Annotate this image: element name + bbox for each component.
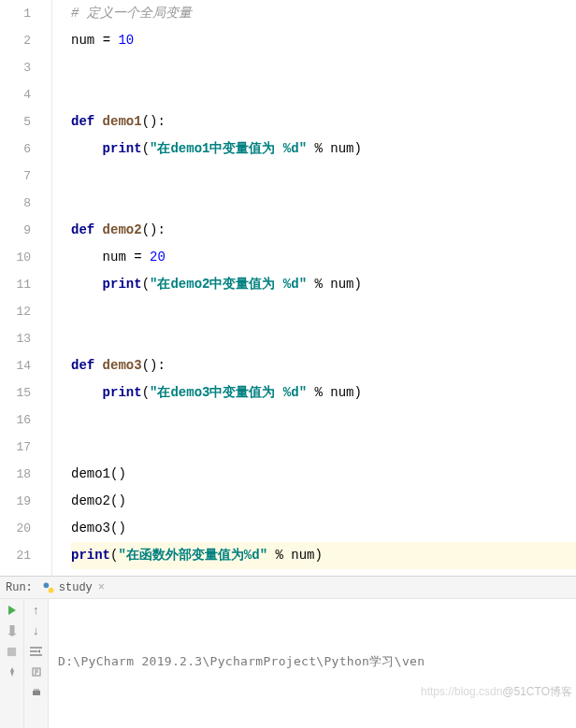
line-number: 7	[0, 163, 31, 190]
run-toolbar-primary	[0, 599, 24, 728]
code-line[interactable]: print("在demo1中变量值为 %d" % num)	[71, 136, 576, 163]
code-line[interactable]: print("在函数外部变量值为%d" % num)	[71, 542, 576, 569]
line-number: 17	[0, 434, 31, 461]
code-line[interactable]: def demo2():	[71, 217, 576, 244]
line-number: 12	[0, 298, 31, 325]
code-line[interactable]: demo1()	[71, 461, 576, 488]
code-line[interactable]: demo2()	[71, 488, 576, 515]
line-number: 5	[0, 108, 31, 136]
code-line[interactable]: demo3()	[71, 515, 576, 542]
svg-rect-2	[9, 625, 14, 634]
code-line[interactable]: # 定义一个全局变量	[71, 0, 576, 27]
code-line[interactable]	[71, 434, 576, 461]
line-number: 1	[0, 0, 31, 27]
scroll-icon[interactable]	[29, 664, 44, 679]
python-file-icon	[42, 581, 55, 594]
code-line[interactable]: num = 10	[71, 27, 576, 54]
run-tab-name[interactable]: study	[59, 581, 93, 594]
svg-rect-6	[34, 689, 39, 691]
line-number: 2	[0, 27, 31, 54]
code-line[interactable]: def demo1():	[71, 108, 576, 136]
debug-icon[interactable]	[5, 623, 20, 638]
line-number: 19	[0, 488, 31, 515]
run-label: Run:	[6, 581, 33, 594]
code-line[interactable]: print("在demo3中变量值为 %d" % num)	[71, 379, 576, 407]
line-number: 16	[0, 407, 31, 434]
line-number: 9	[0, 217, 31, 244]
line-number: 15	[0, 379, 31, 407]
pin-icon[interactable]	[5, 664, 20, 679]
line-number: 18	[0, 461, 31, 488]
line-number: 21	[0, 542, 31, 569]
wrap-icon[interactable]	[29, 644, 44, 659]
code-line[interactable]	[71, 325, 576, 352]
console-output[interactable]: D:\PyCharm 2019.2.3\PycharmProject\Pytho…	[49, 599, 576, 728]
svg-rect-3	[7, 647, 16, 655]
svg-point-0	[43, 582, 49, 588]
stop-icon[interactable]	[5, 644, 20, 659]
svg-rect-5	[33, 691, 40, 695]
line-number: 3	[0, 54, 31, 81]
run-icon[interactable]	[5, 603, 20, 618]
run-toolbar-secondary: ↑ ↓	[24, 599, 49, 728]
watermark-text: https://blog.csdn@51CTO博客	[396, 655, 572, 728]
code-line[interactable]	[71, 190, 576, 217]
svg-point-1	[49, 587, 54, 592]
line-number: 20	[0, 515, 31, 542]
code-line[interactable]	[71, 298, 576, 325]
line-number: 11	[0, 271, 31, 298]
line-number: 10	[0, 244, 31, 271]
run-panel-header: Run: study ×	[0, 577, 576, 599]
code-line[interactable]	[71, 54, 576, 81]
code-editor[interactable]: 123456789101112131415161718192021 # 定义一个…	[0, 0, 576, 577]
up-icon[interactable]: ↑	[29, 603, 44, 618]
line-number: 6	[0, 136, 31, 163]
line-number: 14	[0, 352, 31, 379]
run-panel: Run: study × ↑ ↓	[0, 577, 576, 728]
code-content[interactable]: # 定义一个全局变量num = 10def demo1(): print("在d…	[52, 0, 576, 576]
line-number: 8	[0, 190, 31, 217]
code-line[interactable]	[71, 163, 576, 190]
down-icon[interactable]: ↓	[29, 623, 44, 638]
code-line[interactable]	[71, 407, 576, 434]
line-number: 13	[0, 325, 31, 352]
code-line[interactable]: print("在demo2中变量值为 %d" % num)	[71, 271, 576, 298]
print-icon[interactable]	[29, 685, 44, 700]
line-number: 4	[0, 81, 31, 108]
code-line[interactable]: num = 20	[71, 244, 576, 271]
code-line[interactable]: def demo3():	[71, 352, 576, 379]
close-tab-icon[interactable]: ×	[98, 581, 105, 594]
code-line[interactable]	[71, 81, 576, 108]
line-number-gutter: 123456789101112131415161718192021	[0, 0, 52, 576]
